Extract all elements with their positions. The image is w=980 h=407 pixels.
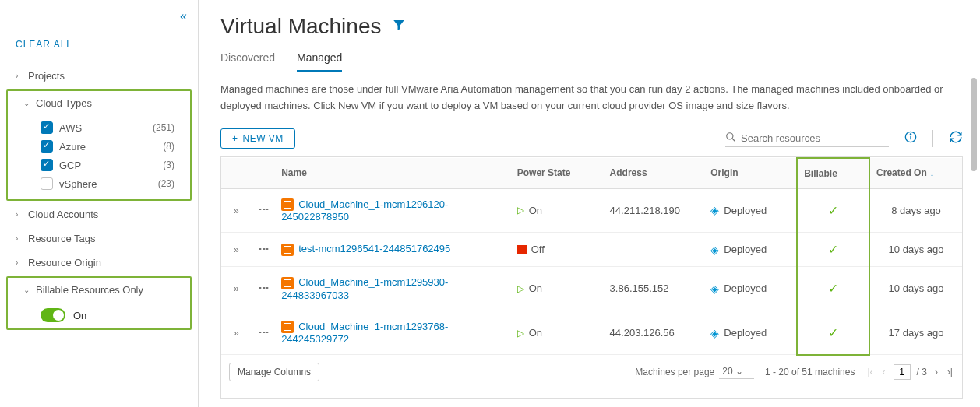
search-icon [725, 132, 736, 145]
tab-managed[interactable]: Managed [297, 48, 342, 72]
address-cell [604, 233, 705, 267]
vm-name-link[interactable]: Cloud_Machine_1-mcm1293768-244245329772 [281, 321, 448, 346]
filter-item-vsphere[interactable]: vSphere (23) [8, 174, 190, 193]
power-state: On [529, 282, 542, 294]
expand-row-button[interactable]: » [234, 283, 239, 294]
search-input[interactable] [741, 132, 889, 144]
filter-item-aws[interactable]: AWS (251) [8, 118, 190, 137]
filter-label: Projects [28, 70, 65, 82]
chevron-right-icon: › [16, 234, 23, 243]
manage-columns-button[interactable]: Manage Columns [229, 363, 319, 381]
info-icon[interactable] [904, 131, 917, 146]
row-actions-menu[interactable]: ⋮ [258, 282, 270, 293]
new-vm-button[interactable]: + NEW VM [220, 128, 295, 149]
col-origin[interactable]: Origin [704, 158, 797, 189]
filter-cloud-accounts[interactable]: › Cloud Accounts [0, 202, 198, 226]
col-address[interactable]: Address [604, 158, 705, 189]
filter-projects[interactable]: › Projects [0, 64, 198, 88]
row-actions-menu[interactable]: ⋮ [258, 327, 270, 337]
prev-page-button[interactable]: ‹ [881, 367, 887, 377]
table-footer: Manage Columns Machines per page 20 ⌄ 1 … [221, 356, 962, 388]
row-actions-menu[interactable]: ⋮ [258, 244, 270, 254]
sidebar-collapse-button[interactable]: « [180, 9, 187, 23]
page-title: Virtual Machines [220, 14, 381, 39]
filter-item-azure[interactable]: Azure (8) [8, 137, 190, 156]
plus-icon: + [232, 133, 238, 144]
col-name[interactable]: Name [275, 158, 511, 189]
address-cell: 3.86.155.152 [604, 267, 705, 311]
power-state: On [529, 327, 542, 339]
filter-label: Resource Tags [28, 233, 95, 244]
scrollbar[interactable] [971, 78, 977, 376]
toggle-label: On [73, 310, 86, 321]
origin-text: Deployed [724, 205, 767, 216]
col-billable[interactable]: Billable [797, 158, 869, 189]
created-cell: 17 days ago [869, 311, 962, 355]
per-page-select[interactable]: 20 ⌄ [719, 364, 754, 379]
filter-cloud-types[interactable]: ⌄ Cloud Types [8, 91, 190, 115]
expand-row-button[interactable]: » [234, 244, 239, 255]
stop-icon [517, 245, 527, 254]
vm-name-link[interactable]: test-mcm1296541-244851762495 [298, 243, 450, 254]
checkbox-icon[interactable] [41, 177, 53, 190]
billable-toggle[interactable] [41, 308, 65, 322]
svg-point-0 [727, 132, 733, 139]
filter-label: Billable Resources Only [36, 284, 143, 296]
filter-label: Cloud Types [36, 97, 92, 109]
table-row: » ⋮ Cloud_Machine_1-mcm1296120-245022878… [221, 188, 962, 233]
checkbox-icon[interactable] [41, 159, 53, 171]
filter-resource-origin[interactable]: › Resource Origin [0, 251, 198, 275]
expand-row-button[interactable]: » [234, 205, 239, 216]
created-cell: 10 days ago [869, 267, 962, 311]
page-total: / 3 [917, 367, 927, 377]
refresh-icon[interactable] [949, 130, 963, 147]
search-input-wrap[interactable] [725, 130, 889, 147]
filter-label: Cloud Accounts [28, 209, 98, 220]
play-icon: ▷ [517, 205, 524, 216]
check-icon: ✓ [828, 204, 838, 217]
filter-resource-tags[interactable]: › Resource Tags [0, 226, 198, 251]
checkbox-icon[interactable] [41, 140, 53, 153]
deploy-icon: ◈ [710, 327, 719, 339]
chevron-right-icon: › [16, 258, 23, 267]
next-page-button[interactable]: › [933, 367, 939, 377]
vm-icon [281, 277, 294, 289]
billable-cell: ✓ [797, 311, 869, 355]
origin-text: Deployed [724, 282, 767, 294]
table-row: » ⋮ Cloud_Machine_1-mcm1295930-244833967… [221, 267, 962, 311]
row-actions-menu[interactable]: ⋮ [258, 204, 270, 214]
play-icon: ▷ [517, 328, 524, 339]
sidebar: « CLEAR ALL › Projects ⌄ Cloud Types AWS… [0, 0, 199, 407]
clear-all-button[interactable]: CLEAR ALL [0, 30, 198, 64]
main-content: Virtual Machines Discovered Managed Mana… [199, 0, 980, 407]
filter-item-gcp[interactable]: GCP (3) [8, 156, 190, 174]
tabs: Discovered Managed [220, 48, 963, 72]
page-description: Managed machines are those under full VM… [220, 82, 963, 114]
billable-cell: ✓ [797, 267, 869, 311]
billable-cell: ✓ [797, 188, 869, 233]
page-input[interactable] [894, 364, 911, 380]
filter-icon[interactable] [392, 18, 406, 35]
vm-name-link[interactable]: Cloud_Machine_1-mcm1295930-244833967033 [281, 276, 448, 301]
vm-name-link[interactable]: Cloud_Machine_1-mcm1296120-245022878950 [281, 198, 448, 223]
first-page-button[interactable]: |‹ [865, 367, 874, 377]
check-icon: ✓ [828, 326, 838, 339]
chevron-down-icon: ⌄ [23, 99, 31, 107]
table-row: » ⋮ Cloud_Machine_1-mcm1293768-244245329… [221, 311, 962, 355]
last-page-button[interactable]: ›| [946, 367, 954, 377]
range-text: 1 - 20 of 51 machines [765, 367, 855, 377]
filter-label: Resource Origin [28, 257, 101, 268]
created-cell: 8 days ago [869, 188, 962, 233]
expand-row-button[interactable]: » [234, 328, 239, 339]
table-row: » ⋮ test-mcm1296541-244851762495 Off ◈De… [221, 233, 962, 267]
play-icon: ▷ [517, 283, 524, 294]
address-cell: 44.211.218.190 [604, 188, 705, 233]
svg-point-4 [910, 134, 911, 135]
check-icon: ✓ [828, 282, 838, 295]
checkbox-icon[interactable] [41, 121, 53, 134]
tab-discovered[interactable]: Discovered [220, 48, 275, 72]
created-cell: 10 days ago [869, 233, 962, 267]
col-created[interactable]: Created On↓ [869, 158, 962, 189]
col-power[interactable]: Power State [511, 158, 604, 189]
filter-billable-only[interactable]: ⌄ Billable Resources Only [8, 278, 190, 302]
